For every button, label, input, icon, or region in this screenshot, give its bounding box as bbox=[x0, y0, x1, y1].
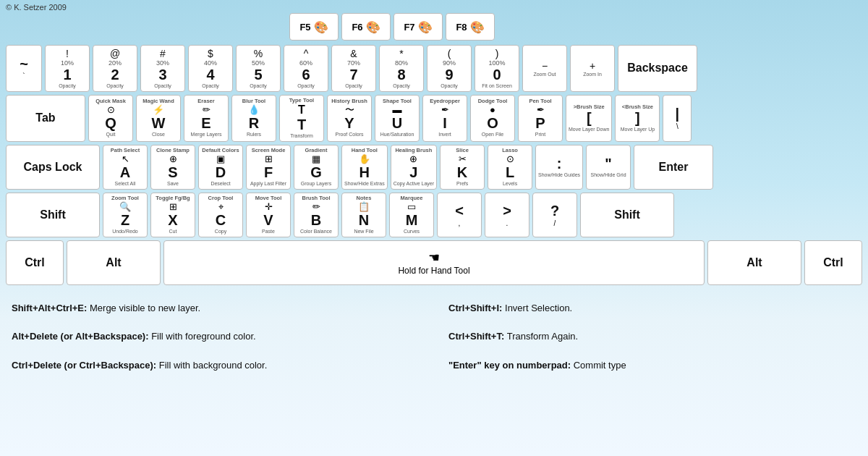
fkey-f7[interactable]: F7 🎨 bbox=[393, 13, 443, 41]
key-c[interactable]: Crop Tool ⌖ C Copy bbox=[198, 193, 243, 237]
key-3[interactable]: # 30% 3 Opacity bbox=[140, 45, 185, 92]
shift-right-key[interactable]: Shift bbox=[580, 193, 674, 237]
key-q[interactable]: Quick Mask ⊙ Q Quit bbox=[88, 95, 133, 142]
fkey-f5[interactable]: F5 🎨 bbox=[289, 13, 339, 41]
bottom-row: Ctrl Alt ☚ Hold for Hand Tool Alt Ctrl bbox=[6, 240, 862, 285]
key-i[interactable]: Eyedropper ✒ I Invert bbox=[422, 95, 467, 142]
key-h[interactable]: Hand Tool ✋ H Show/Hide Extras bbox=[341, 145, 388, 190]
backspace-key[interactable]: Backspace bbox=[618, 45, 697, 92]
shortcut-1-left: Shift+Alt+Ctrl+E: Merge visible to new l… bbox=[12, 297, 420, 320]
ctrl-left-key[interactable]: Ctrl bbox=[6, 240, 64, 285]
key-g[interactable]: Gradient ▦ G Group Layers bbox=[294, 145, 339, 190]
key-l[interactable]: Lasso ⊙ L Levels bbox=[488, 145, 532, 190]
keyboard-section: ~ ` ! 10% 1 Opacity @ 20% 2 Opacity # 30… bbox=[0, 42, 868, 291]
key-9[interactable]: ( 90% 9 Opacity bbox=[427, 45, 472, 92]
shortcut-3-left: Ctrl+Delete (or Ctrl+Backspace): Fill wi… bbox=[12, 354, 420, 377]
comma-key[interactable]: < , bbox=[437, 193, 482, 237]
key-4[interactable]: $ 40% 4 Opacity bbox=[188, 45, 233, 92]
key-d[interactable]: Default Colors ▣ D Deselect bbox=[198, 145, 243, 190]
copyright: © K. Setzer 2009 bbox=[0, 0, 868, 13]
key-k[interactable]: Slice ✂ K Prefs bbox=[440, 145, 485, 190]
fkey-f8[interactable]: F8 🎨 bbox=[446, 13, 495, 41]
f5-label: F5 bbox=[299, 22, 310, 33]
minus-key[interactable]: − Zoom Out bbox=[522, 45, 567, 92]
key-y[interactable]: History Brush 〜 Y Proof Colors bbox=[327, 95, 372, 142]
key-quote[interactable]: " Show/Hide Grid bbox=[586, 145, 631, 190]
key-j[interactable]: Healing Brush ⊕ J Copy Active Layer bbox=[391, 145, 437, 190]
spacebar-key[interactable]: ☚ Hold for Hand Tool bbox=[163, 240, 705, 285]
period-key[interactable]: > . bbox=[485, 193, 529, 237]
key-o[interactable]: Dodge Tool ● O Open File bbox=[470, 95, 515, 142]
fkey-f6[interactable]: F6 🎨 bbox=[341, 13, 391, 41]
f6-label: F6 bbox=[352, 22, 362, 33]
shortcut-3-right: "Enter" key on numberpad: Commit type bbox=[448, 354, 856, 377]
key-2[interactable]: @ 20% 2 Opacity bbox=[93, 45, 137, 92]
key-x[interactable]: Toggle Fg/Bg ⊞ X Cut bbox=[150, 193, 195, 237]
key-v[interactable]: Move Tool ✛ V Paste bbox=[246, 193, 291, 237]
capslock-key[interactable]: Caps Lock bbox=[6, 145, 100, 190]
key-b[interactable]: Brush Tool ✏ B Color Balance bbox=[294, 193, 339, 237]
key-n[interactable]: Notes 📋 N New File bbox=[341, 193, 386, 237]
shortcut-2-left: Alt+Delete (or Alt+Backspace): Fill with… bbox=[12, 325, 420, 348]
fkeys-row: F5 🎨 F6 🎨 F7 🎨 F8 🎨 bbox=[0, 13, 868, 42]
key-8[interactable]: * 80% 8 Opacity bbox=[379, 45, 424, 92]
key-6[interactable]: ^ 60% 6 Opacity bbox=[284, 45, 328, 92]
f8-label: F8 bbox=[456, 22, 467, 33]
key-t[interactable]: Type Tool T T Transform bbox=[279, 95, 324, 142]
key-a[interactable]: Path Select ↖ A Select All bbox=[103, 145, 148, 190]
zxcv-row: Shift Zoom Tool 🔍 Z Undo/Redo Toggle Fg/… bbox=[6, 193, 862, 237]
tab-key[interactable]: Tab bbox=[6, 95, 85, 142]
shortcut-1-right: Ctrl+Shift+I: Invert Selection. bbox=[448, 297, 856, 320]
key-semicolon[interactable]: : Show/Hide Guides bbox=[535, 145, 583, 190]
key-m[interactable]: Marquee ▭ M Curves bbox=[389, 193, 434, 237]
tilde-key[interactable]: ~ ` bbox=[6, 45, 42, 92]
key-5[interactable]: % 50% 5 Opacity bbox=[236, 45, 281, 92]
key-p[interactable]: Pen Tool ✒ P Print bbox=[518, 95, 563, 142]
key-e[interactable]: Eraser ✏ E Merge Layers bbox=[184, 95, 229, 142]
equals-key[interactable]: + Zoom In bbox=[570, 45, 615, 92]
enter-key[interactable]: Enter bbox=[634, 145, 713, 190]
asdf-row: Caps Lock Path Select ↖ A Select All Clo… bbox=[6, 145, 862, 190]
pipe-key[interactable]: | \ bbox=[663, 95, 692, 142]
key-7[interactable]: & 70% 7 Opacity bbox=[331, 45, 376, 92]
qwerty-row: Tab Quick Mask ⊙ Q Quit Magic Wand ⚡ W C… bbox=[6, 95, 862, 142]
shortcut-2-right: Ctrl+Shift+T: Transform Again. bbox=[448, 325, 856, 348]
key-s[interactable]: Clone Stamp ⊕ S Save bbox=[150, 145, 195, 190]
key-w[interactable]: Magic Wand ⚡ W Close bbox=[136, 95, 181, 142]
f5-icon: 🎨 bbox=[314, 20, 328, 34]
slash-key[interactable]: ? / bbox=[532, 193, 577, 237]
key-0[interactable]: ) 100% 0 Fit on Screen bbox=[475, 45, 519, 92]
f7-label: F7 bbox=[404, 22, 414, 33]
key-1[interactable]: ! 10% 1 Opacity bbox=[45, 45, 90, 92]
ctrl-right-key[interactable]: Ctrl bbox=[804, 240, 862, 285]
alt-left-key[interactable]: Alt bbox=[67, 240, 161, 285]
key-rbracket[interactable]: <Brush Size ] Move Layer Up bbox=[615, 95, 660, 142]
number-row: ~ ` ! 10% 1 Opacity @ 20% 2 Opacity # 30… bbox=[6, 45, 862, 92]
key-z[interactable]: Zoom Tool 🔍 Z Undo/Redo bbox=[103, 193, 148, 237]
shift-left-key[interactable]: Shift bbox=[6, 193, 100, 237]
f7-icon: 🎨 bbox=[418, 20, 433, 34]
alt-right-key[interactable]: Alt bbox=[707, 240, 801, 285]
f8-icon: 🎨 bbox=[470, 20, 485, 34]
key-lbracket[interactable]: >Brush Size [ Move Layer Down bbox=[566, 95, 612, 142]
shortcuts-section: Shift+Alt+Ctrl+E: Merge visible to new l… bbox=[0, 291, 868, 383]
key-f[interactable]: Screen Mode ⊞ F Apply Last Filter bbox=[246, 145, 291, 190]
key-u[interactable]: Shape Tool ▬ U Hue/Saturation bbox=[375, 95, 420, 142]
f6-icon: 🎨 bbox=[366, 20, 380, 34]
key-r[interactable]: Blur Tool 💧 R Rulers bbox=[231, 95, 276, 142]
